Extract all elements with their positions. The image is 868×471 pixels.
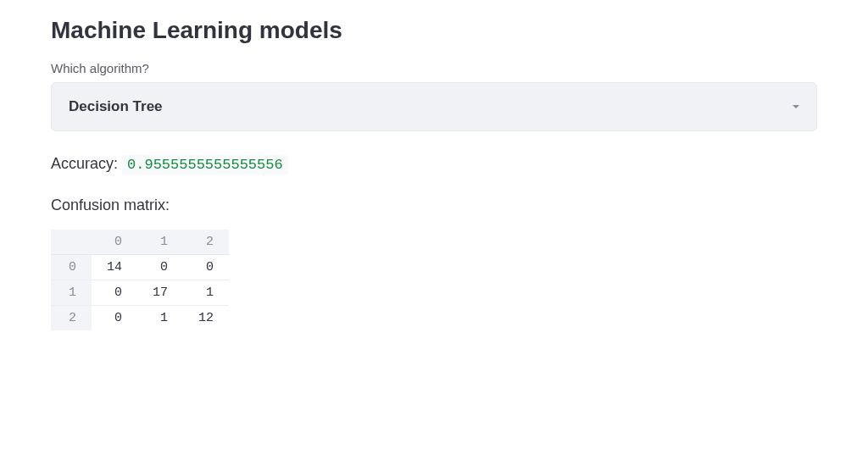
cell: 0 (183, 255, 229, 280)
cell: 0 (92, 306, 137, 331)
cell: 0 (92, 280, 137, 306)
cell: 17 (137, 280, 183, 306)
page-title: Machine Learning models (51, 17, 817, 44)
accuracy-value: 0.9555555555555556 (122, 155, 288, 175)
table-row: 0 14 0 0 (51, 255, 229, 280)
confusion-matrix-table: 0 1 2 0 14 0 0 1 0 17 1 2 0 1 12 (51, 230, 229, 330)
row-header: 1 (51, 280, 92, 306)
corner-cell (51, 230, 92, 255)
col-header: 0 (92, 230, 137, 255)
col-header: 2 (183, 230, 229, 255)
table-header-row: 0 1 2 (51, 230, 229, 255)
algorithm-label: Which algorithm? (51, 61, 817, 75)
algorithm-select[interactable]: Decision Tree (51, 82, 817, 131)
row-header: 2 (51, 306, 92, 331)
confusion-matrix-label: Confusion matrix: (51, 197, 817, 214)
cell: 12 (183, 306, 229, 331)
table-row: 1 0 17 1 (51, 280, 229, 306)
chevron-down-icon (793, 105, 799, 108)
algorithm-selected-value: Decision Tree (69, 98, 163, 115)
row-header: 0 (51, 255, 92, 280)
cell: 1 (183, 280, 229, 306)
accuracy-line: Accuracy: 0.9555555555555556 (51, 155, 817, 173)
col-header: 1 (137, 230, 183, 255)
cell: 1 (137, 306, 183, 331)
accuracy-label: Accuracy: (51, 155, 122, 172)
cell: 0 (137, 255, 183, 280)
cell: 14 (92, 255, 137, 280)
table-row: 2 0 1 12 (51, 306, 229, 331)
